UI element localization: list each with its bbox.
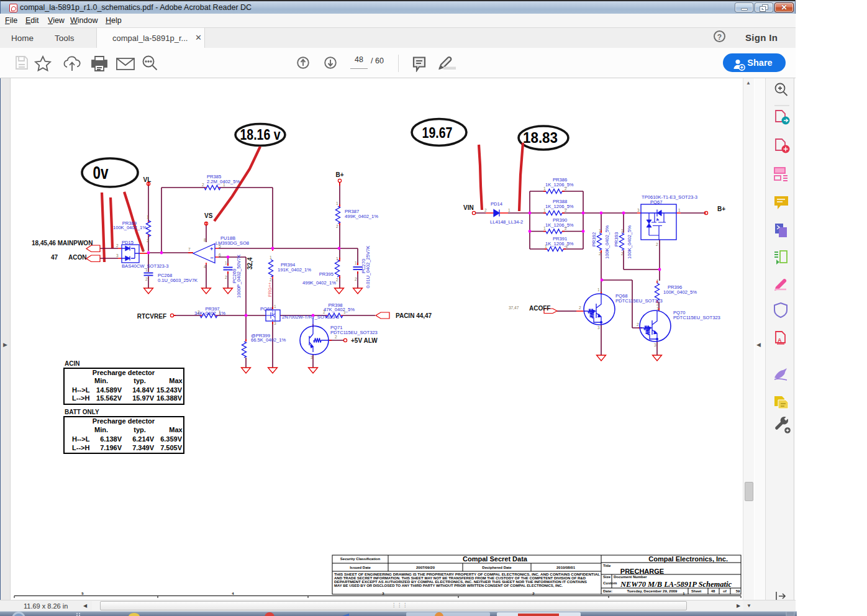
svg-text:1000P_0402_50V7K: 1000P_0402_50V7K [236,255,242,298]
svg-text:15.562V: 15.562V [96,394,122,402]
svg-text:66.5K_0402_1%: 66.5K_0402_1% [251,337,286,343]
svg-text:VS: VS [204,212,213,219]
svg-text:2N7002W-T/R7_SOT323-3: 2N7002W-T/R7_SOT323-3 [282,314,339,320]
svg-text:typ.: typ. [134,426,146,433]
svg-text:NEW70 M/B LA-5891P Schematic: NEW70 M/B LA-5891P Schematic [620,580,732,589]
svg-text:1: 1 [336,201,338,206]
svg-text:PQ69: PQ69 [260,306,272,312]
svg-text:3: 3 [311,355,313,360]
svg-text:1: 1 [274,304,276,309]
svg-text:PR393: PR393 [614,232,619,247]
svg-text:499K_0402_1%: 499K_0402_1% [302,280,336,286]
svg-text:PR392: PR392 [591,232,597,247]
svg-text:2: 2 [566,244,568,248]
svg-text:PRECHARGE: PRECHARGE [620,568,664,575]
svg-text:H-->L: H-->L [72,386,90,394]
svg-text:ACOFF: ACOFF [529,305,550,312]
svg-text:RTCVREF: RTCVREF [137,313,166,320]
svg-text:2: 2 [637,322,639,327]
svg-text:5: 5 [219,244,221,248]
svg-text:VL: VL [143,176,152,183]
svg-text:18.16 v: 18.16 v [240,127,281,143]
svg-text:6.138V: 6.138V [100,435,122,443]
svg-text:2: 2 [336,278,338,282]
svg-text:PACIN 44,47: PACIN 44,47 [396,312,432,319]
svg-text:7: 7 [188,247,191,251]
svg-text:2: 2 [565,186,567,191]
svg-text:ACIN: ACIN [65,360,79,367]
svg-text:1: 1 [543,208,546,212]
svg-text:1: 1 [343,310,346,314]
svg-text:Precharge detector: Precharge detector [93,417,155,425]
svg-text:1: 1 [656,306,659,310]
svg-text:2: 2 [565,226,567,230]
svg-text:3: 3 [637,208,640,212]
svg-text:15.243V: 15.243V [157,386,183,394]
svg-text:ACON: ACON [68,254,86,261]
svg-text:Issued Date: Issued Date [350,566,371,569]
svg-text:B+: B+ [717,206,725,212]
svg-text:1K_1206_5%: 1K_1206_5% [545,182,574,188]
svg-text:32,4: 32,4 [247,257,253,270]
svg-text:PRG++: PRG++ [268,283,272,297]
svg-text:0v: 0v [93,162,109,183]
svg-text:2007/09/20: 2007/09/20 [416,566,435,569]
svg-text:14.589V: 14.589V [96,386,122,394]
svg-text:8: 8 [204,238,206,242]
svg-text:4: 4 [204,265,206,269]
svg-text:1: 1 [355,261,357,265]
svg-text:LL4148_LL34-2: LL4148_LL34-2 [490,219,523,225]
svg-text:3: 3 [597,325,600,330]
svg-text:PQ67: PQ67 [650,199,662,205]
svg-text:1: 1 [543,226,546,230]
svg-text:1: 1 [656,279,659,283]
svg-text:1: 1 [270,255,272,260]
svg-text:Date:: Date: [603,589,612,593]
svg-text:2: 2 [336,224,338,229]
svg-text:2: 2 [202,183,204,187]
svg-text:7.349V: 7.349V [132,444,155,451]
svg-text:A: A [778,337,782,343]
svg-text:3: 3 [274,321,276,325]
svg-text:0.01U_0402_25V7K: 0.01U_0402_25V7K [365,246,371,288]
svg-text:Custom: Custom [603,581,617,585]
svg-text:18.83: 18.83 [523,130,558,146]
svg-text:Security Classification: Security Classification [340,557,381,561]
svg-text:Max: Max [169,426,183,433]
svg-text:100K_0402_1%: 100K_0402_1% [113,225,147,230]
svg-text:BATT ONLY: BATT ONLY [65,409,99,415]
svg-text:0.1U_0603_25V7K: 0.1U_0603_25V7K [158,278,197,283]
svg-text:48: 48 [711,589,715,593]
svg-text:100K_0402_5%: 100K_0402_5% [663,289,697,295]
svg-text:Sheet: Sheet [691,589,701,593]
svg-text:19.67: 19.67 [422,125,453,141]
svg-text:VIN: VIN [463,204,474,211]
svg-text:1: 1 [543,186,546,191]
svg-text:2: 2 [197,310,200,314]
svg-text:1K_1206_5%: 1K_1206_5% [545,222,574,228]
svg-text:3: 3 [654,343,656,347]
svg-text:18,45,46 MAINPWON: 18,45,46 MAINPWON [32,240,93,247]
svg-text:PR395: PR395 [319,271,334,277]
svg-text:1: 1 [508,208,511,212]
svg-text:2: 2 [599,251,601,256]
svg-text:47K_0402_5%: 47K_0402_5% [324,307,355,312]
svg-text:1: 1 [545,244,547,248]
svg-text:1: 1 [621,229,624,233]
svg-text:59: 59 [736,589,740,593]
svg-text:1: 1 [225,261,227,265]
svg-text:H-->L: H-->L [72,435,90,443]
svg-text:MAY BE USED BY OR DISCLOSED TO: MAY BE USED BY OR DISCLOSED TO ANY THIRD… [334,584,563,587]
svg-text:2010/08/01: 2010/08/01 [556,566,576,569]
svg-text:100K_0402_5%: 100K_0402_5% [604,225,610,259]
svg-text:1: 1 [219,310,221,314]
svg-text:14.84V: 14.84V [132,386,155,394]
svg-text:1K_1206_5%: 1K_1206_5% [545,241,574,247]
svg-text:2: 2 [355,277,357,281]
svg-text:typ.: typ. [134,377,146,384]
svg-text:+: + [210,246,213,252]
svg-text:Compal Secret Data: Compal Secret Data [463,555,528,563]
svg-text:Size: Size [603,575,611,579]
svg-text:7.196V: 7.196V [100,444,122,451]
svg-text:L-->H: L-->H [72,394,89,402]
